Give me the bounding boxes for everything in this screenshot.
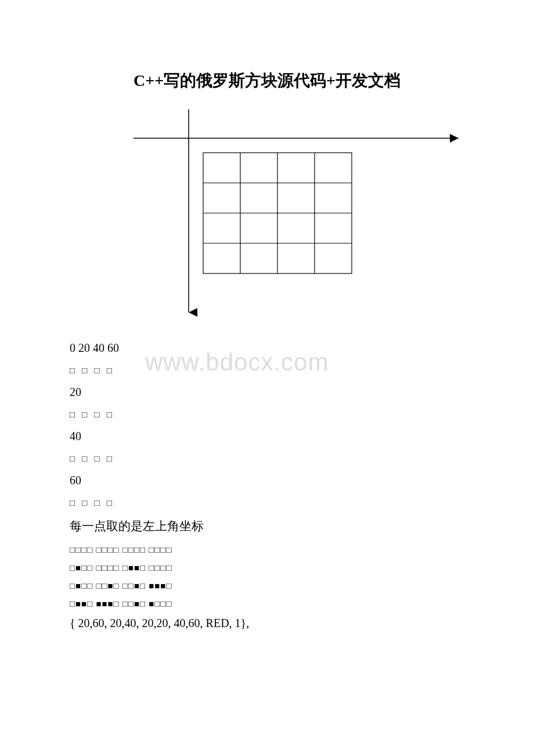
grid-row: □ □ □ □	[70, 453, 464, 463]
row-label: 40	[70, 430, 464, 443]
row-label: 20	[70, 386, 464, 399]
shape-row: □■□□ □□■□ □□■□ ■■■□	[70, 581, 464, 591]
body-content: 0 20 40 60 □ □ □ □ 20 □ □ □ □ 40 □ □ □ □…	[70, 341, 464, 630]
code-line: { 20,60, 20,40, 20,20, 40,60, RED, 1},	[70, 617, 464, 630]
shape-row: □■■□ ■■■□ □□■□ ■□□□	[70, 599, 464, 609]
grid-row: □ □ □ □	[70, 409, 464, 419]
note-text: 每一点取的是左上角坐标	[70, 518, 464, 534]
coordinate-diagram	[122, 109, 470, 318]
row-label: 60	[70, 474, 464, 487]
page-title: C++写的俄罗斯方块源代码+开发文档	[70, 70, 464, 92]
grid-row: □ □ □ □	[70, 498, 464, 507]
shape-row: □□□□ □□□□ □□□□ □□□□	[70, 545, 464, 555]
grid-row: □ □ □ □	[70, 365, 464, 375]
shape-row: □■□□ □□□□ □■■□ □□□□	[70, 563, 464, 573]
coord-header: 0 20 40 60	[70, 341, 464, 355]
